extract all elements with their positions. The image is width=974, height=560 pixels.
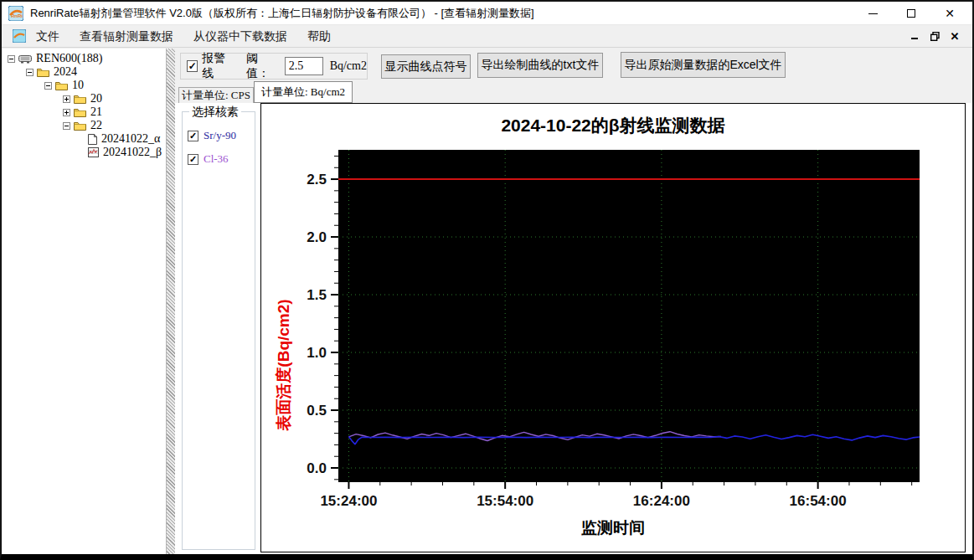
tree-row[interactable]: 2024 — [3, 65, 166, 79]
x-tick-label: 16:24:00 — [633, 493, 690, 509]
x-axis-title: 监测时间 — [261, 517, 965, 539]
alarm-line-group: ✓ 报警线 阈值： Bq/cm2 — [180, 53, 368, 80]
plot-svg: 0.00.51.01.52.02.515:24:0015:54:0016:24:… — [261, 104, 965, 552]
folder-icon — [37, 67, 49, 77]
window-title: RenriRate辐射剂量管理软件 V2.0版（版权所有：上海仁日辐射防护设备有… — [30, 2, 534, 25]
document-window-icon — [13, 29, 26, 43]
nuclide-select-group: 选择核素 ✓ Sr/y-90 ✓ Cl-36 — [182, 111, 255, 550]
tree-row[interactable]: 22 — [3, 119, 166, 132]
chart-file-icon — [88, 147, 99, 157]
nuclide-checkbox-sr-y-90[interactable]: ✓ — [188, 131, 198, 141]
nuclide-checkbox-cl-36[interactable]: ✓ — [188, 154, 198, 165]
y-tick-label: 2.0 — [307, 229, 327, 245]
y-tick-label: 1.5 — [307, 287, 327, 303]
plot-area — [338, 150, 920, 482]
export-excel-button[interactable]: 导出原始测量数据的Excel文件 — [621, 52, 786, 78]
nuclide-row-cl-36: ✓ Cl-36 — [188, 152, 229, 166]
y-tick-label: 1.0 — [307, 345, 327, 361]
menu-view-measurement-data[interactable]: 查看辐射测量数据 — [70, 25, 183, 48]
chart-title: 2024-10-22的β射线监测数据 — [261, 114, 965, 137]
alarm-line-checkbox[interactable]: ✓ — [187, 60, 198, 72]
threshold-input[interactable] — [285, 57, 323, 75]
y-tick-label: 0.5 — [307, 403, 327, 419]
app-logo-icon: RnRi — [8, 6, 23, 21]
threshold-label: 阈值： — [246, 51, 280, 81]
nuclide-group-title: 选择核素 — [189, 105, 241, 120]
folder-icon — [74, 94, 86, 104]
child-minimize-button[interactable] — [905, 28, 924, 44]
nuclide-label: Cl-36 — [204, 152, 229, 166]
minimize-icon — [868, 13, 878, 14]
collapse-expander-icon[interactable] — [63, 122, 70, 130]
tree-node-label[interactable]: 21 — [90, 105, 102, 119]
folder-icon — [74, 107, 86, 117]
y-tick-label: 2.5 — [307, 172, 327, 188]
nuclide-label: Sr/y-90 — [204, 129, 236, 142]
tree-row[interactable]: 21 — [3, 105, 166, 119]
tree-node-label[interactable]: 10 — [72, 79, 84, 92]
child-restore-icon — [930, 32, 940, 41]
x-tick-label: 16:54:00 — [790, 493, 847, 509]
collapse-expander-icon[interactable] — [44, 82, 52, 90]
maximize-button[interactable] — [892, 2, 930, 25]
alarm-line-label: 报警线 — [202, 51, 235, 81]
child-restore-button[interactable] — [925, 28, 944, 44]
document-icon — [88, 134, 97, 145]
device-icon — [18, 54, 32, 64]
tree-row[interactable]: REN600(188) — [3, 52, 166, 65]
device-tree-panel: REN600(188) 2024 10 20 — [3, 49, 167, 554]
x-tick-label: 15:54:00 — [477, 493, 533, 509]
chart-panel: 0.00.51.01.52.02.515:24:0015:54:0016:24:… — [260, 103, 966, 552]
title-bar: RnRi RenriRate辐射剂量管理软件 V2.0版（版权所有：上海仁日辐射… — [2, 2, 972, 25]
panel-splitter[interactable] — [167, 49, 175, 554]
tree-node-label[interactable]: 20 — [90, 92, 102, 105]
child-close-icon: ✕ — [951, 30, 960, 43]
menu-bar: 文件 查看辐射测量数据 从仪器中下载数据 帮助 ✕ — [2, 25, 972, 48]
export-txt-button[interactable]: 导出绘制曲线的txt文件 — [477, 53, 603, 78]
tree-row[interactable]: 20241022_β — [3, 146, 166, 159]
close-button[interactable]: ✕ — [930, 2, 969, 25]
app-window: RnRi RenriRate辐射剂量管理软件 V2.0版（版权所有：上海仁日辐射… — [0, 0, 974, 560]
show-curve-points-button[interactable]: 显示曲线点符号 — [381, 54, 471, 79]
tree-row[interactable]: 20241022_α — [3, 132, 166, 146]
x-tick-label: 15:24:00 — [320, 493, 377, 509]
close-icon: ✕ — [945, 8, 955, 19]
expand-expander-icon[interactable] — [63, 95, 70, 103]
nuclide-row-sr-y-90: ✓ Sr/y-90 — [188, 129, 236, 142]
collapse-expander-icon[interactable] — [26, 69, 33, 76]
tree-node-label[interactable]: REN600(188) — [36, 52, 102, 65]
y-axis-title: 表面活度(Bq/cm2) — [273, 299, 295, 430]
tree-node-label[interactable]: 22 — [90, 119, 102, 132]
menu-download-from-device[interactable]: 从仪器中下载数据 — [183, 25, 297, 48]
menu-help[interactable]: 帮助 — [297, 25, 341, 48]
tree-node-label[interactable]: 20241022_α — [101, 132, 160, 146]
child-minimize-icon — [911, 38, 918, 39]
y-tick-label: 0.0 — [307, 460, 327, 476]
tree-row[interactable]: 10 — [3, 79, 166, 92]
tab-unit-cps[interactable]: 计量单位: CPS — [178, 87, 254, 103]
collapse-expander-icon[interactable] — [8, 55, 15, 63]
threshold-unit-label: Bq/cm2 — [330, 59, 367, 73]
minimize-button[interactable] — [853, 2, 892, 25]
svg-text:RnRi: RnRi — [11, 13, 23, 18]
tree-node-label[interactable]: 2024 — [54, 65, 77, 79]
folder-icon — [55, 80, 68, 90]
folder-icon — [74, 121, 86, 131]
tree-row[interactable]: 20 — [3, 92, 166, 105]
expand-expander-icon[interactable] — [63, 109, 70, 116]
tab-unit-bqcm2[interactable]: 计量单位: Bq/cm2 — [254, 81, 353, 103]
child-close-button[interactable]: ✕ — [946, 28, 964, 44]
tree-node-label[interactable]: 20241022_β — [103, 146, 162, 159]
menu-file[interactable]: 文件 — [26, 25, 70, 48]
maximize-icon — [907, 9, 915, 18]
